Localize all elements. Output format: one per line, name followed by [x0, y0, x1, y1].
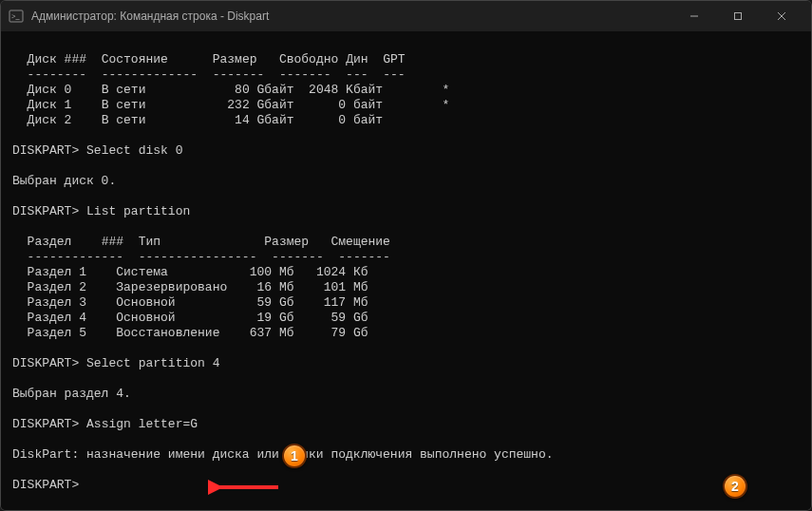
svg-text:>_: >_ [11, 12, 21, 21]
prompt-line: DISKPART> List partition [12, 204, 190, 218]
part-header: Раздел ### Тип Размер Смещение [12, 235, 390, 249]
output-line: DiskPart: назначение имени диска или точ… [12, 447, 554, 462]
window-controls [672, 1, 803, 31]
output-line: Выбран раздел 4. [12, 387, 131, 401]
close-button[interactable] [760, 1, 803, 31]
part-row: Раздел 5 Восстановление 637 Мб 79 Gб [12, 326, 368, 340]
part-row: Раздел 1 Система 100 Мб 1024 Кб [12, 265, 368, 279]
disk-row: Диск 2 В сети 14 Gбайт 0 байт [12, 113, 383, 127]
prompt-line: DISKPART> Select partition 4 [12, 356, 219, 370]
part-row: Раздел 3 Основной 59 Gб 117 Мб [12, 295, 368, 310]
output-line: Выбран диск 0. [12, 174, 116, 188]
cmd-icon: >_ [9, 9, 24, 24]
disk-row: Диск 1 В сети 232 Gбайт 0 байт * [12, 98, 449, 112]
part-row: Раздел 4 Основной 19 Gб 59 Gб [12, 311, 368, 325]
annotation-arrow-2 [616, 480, 723, 510]
disk-header: Диск ### Состояние Размер Свободно Дин G… [12, 52, 406, 66]
disk-row: Диск 0 В сети 80 Gбайт 2048 Kбайт * [12, 83, 449, 97]
part-row: Раздел 2 Зарезервировано 16 Мб 101 Мб [12, 280, 368, 294]
disk-sep: -------- ------------- ------- ------- -… [12, 67, 406, 82]
annotation-badge-2: 2 [723, 474, 747, 499]
minimize-button[interactable] [672, 1, 716, 31]
prompt-line: DISKPART> Assign letter=G [12, 417, 198, 431]
prompt-line: DISKPART> Select disk 0 [12, 143, 182, 158]
prompt-line: DISKPART> [12, 478, 86, 492]
part-sep: ------------- ---------------- ------- -… [12, 250, 390, 264]
maximize-button[interactable] [716, 1, 760, 31]
svg-rect-3 [735, 13, 742, 20]
window-title: Администратор: Командная строка - Diskpa… [31, 9, 672, 23]
window-frame: >_ Администратор: Командная строка - Dis… [0, 0, 812, 511]
titlebar[interactable]: >_ Администратор: Командная строка - Dis… [1, 1, 811, 31]
terminal-output[interactable]: Диск ### Состояние Размер Свободно Дин G… [1, 31, 811, 510]
